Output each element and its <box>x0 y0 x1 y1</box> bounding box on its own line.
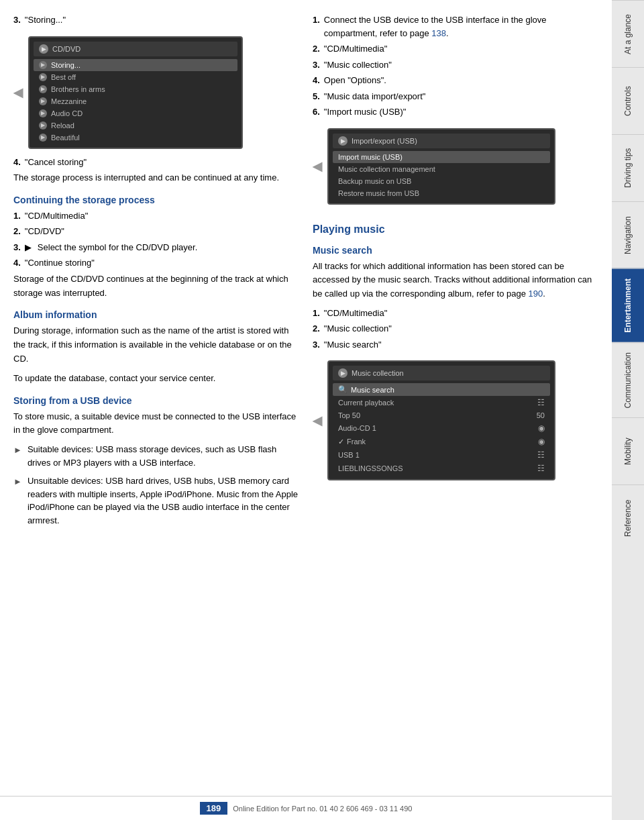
step-4-desc: The storage process is interrupted and c… <box>13 171 299 185</box>
right-step-6: 6. "Import music (USB)" <box>313 105 598 119</box>
right-step-3: 3. "Music collection" <box>313 58 598 72</box>
row-text-beautiful: Beautiful <box>51 134 80 142</box>
sidebar-tab-controls[interactable]: Controls <box>612 67 644 134</box>
sidebar-tab-entertainment[interactable]: Entertainment <box>612 268 644 342</box>
cs2-text: "CD/DVD" <box>25 225 64 238</box>
usb-row-backup-text: Backup music on USB <box>338 177 411 185</box>
step-4-item: 4. "Cancel storing" <box>13 156 299 169</box>
mc-row-frank-text: ✓Frank <box>338 438 366 446</box>
music-search-desc2: . <box>543 289 545 299</box>
mc-row-top50: Top 50 50 <box>333 409 550 421</box>
mc-row-top50-text: Top 50 <box>338 411 360 419</box>
continuing-step-2: 2. "CD/DVD" <box>13 225 299 238</box>
page-138-link[interactable]: 138 <box>431 28 446 38</box>
sidebar: At a glance Controls Driving tips Naviga… <box>612 0 644 820</box>
cs2-number: 2. <box>13 225 21 238</box>
row-icon-audiocd: ▶ <box>39 109 47 117</box>
sidebar-tab-navigation[interactable]: Navigation <box>612 201 644 268</box>
cs1-number: 1. <box>13 209 21 223</box>
rs3-num: 3. <box>313 58 320 72</box>
cs1-text: "CD/Multimedia" <box>25 209 88 223</box>
ms-step-1: 1. "CD/Multimedia" <box>313 307 598 320</box>
ms3-text: "Music search" <box>324 338 382 352</box>
usb1-icon: ☷ <box>537 450 545 460</box>
cs3-text: Select the symbol for the CD/DVD player. <box>38 241 197 254</box>
sidebar-tab-driving-tips[interactable]: Driving tips <box>612 134 644 201</box>
rs6-num: 6. <box>313 105 320 119</box>
bullet-arrow-1: ► <box>13 444 22 469</box>
cd-dvd-screen: ▶ CD/DVD ▶ Storing... ▶ Best off ▶ Broth… <box>28 36 243 149</box>
music-search-desc: All tracks for which additional informat… <box>313 260 598 301</box>
ms-step-2: 2. "Music collection" <box>313 322 598 336</box>
usb-row-restore: Restore music from USB <box>333 187 550 199</box>
row-text-storing: Storing... <box>51 61 80 69</box>
rs5-num: 5. <box>313 90 320 103</box>
ms2-text: "Music collection" <box>324 322 392 336</box>
cd-dvd-screen-wrapper: ◀ ▶ CD/DVD ▶ Storing... ▶ Best off <box>13 30 299 156</box>
row-text-bestoff: Best off <box>51 73 76 81</box>
audiocd1-icon: ◉ <box>538 423 545 433</box>
mc-row-audiocd1: Audio-CD 1 ◉ <box>333 421 550 435</box>
current-playback-icon: ☷ <box>537 398 545 407</box>
usb-screen-title: Import/export (USB) <box>352 137 417 145</box>
rs4-text: Open "Options". <box>324 74 386 87</box>
mc-row-current: Current playback ☷ <box>333 396 550 409</box>
ms1-num: 1. <box>313 307 320 320</box>
continuing-heading: Continuing the storage process <box>13 195 299 205</box>
music-search-heading: Music search <box>313 245 598 256</box>
screen-title: CD/DVD <box>52 45 80 53</box>
right-step-5: 5. "Music data import/export" <box>313 90 598 103</box>
step-3-text: "Storing..." <box>25 13 66 27</box>
frank-icon: ◉ <box>538 437 545 446</box>
mc-row-current-text: Current playback <box>338 399 394 407</box>
cd-dvd-icon: ▶ <box>39 44 48 54</box>
usb-nav-arrow-left[interactable]: ◀ <box>313 159 322 174</box>
sidebar-tab-reference[interactable]: Reference <box>612 484 644 552</box>
row-icon-storing: ▶ <box>39 61 47 69</box>
right-step-4: 4. Open "Options". <box>313 74 598 87</box>
step-4-text: "Cancel storing" <box>25 156 87 169</box>
screen-row-reload: ▶ Reload <box>34 119 237 132</box>
usb-row-backup: Backup music on USB <box>333 175 550 187</box>
page-190-link[interactable]: 190 <box>529 289 543 299</box>
right-step-2: 2. "CD/Multimedia" <box>313 42 598 56</box>
step-3-item: 3. "Storing..." <box>13 13 299 27</box>
step-4-number: 4. <box>13 156 21 169</box>
rs1-num: 1. <box>313 13 320 40</box>
album-desc2: To update the database, contact your ser… <box>13 372 299 386</box>
mc-screen-title: Music collection <box>352 369 404 377</box>
mc-row-audiocd1-text: Audio-CD 1 <box>338 424 376 432</box>
screen-row-storing: ▶ Storing... <box>34 59 237 71</box>
sidebar-tab-communication[interactable]: Communication <box>612 342 644 417</box>
usb-row-import: Import music (USB) <box>333 151 550 163</box>
cs3-icon: ▶ <box>25 241 32 254</box>
left-column: 3. "Storing..." ◀ ▶ CD/DVD ▶ Storing... <box>13 13 299 793</box>
rs5-text: "Music data import/export" <box>324 90 426 103</box>
storing-usb-desc: To store music, a suitable device must b… <box>13 410 299 438</box>
usb-screen: ▶ Import/export (USB) Import music (USB)… <box>327 128 555 205</box>
top50-number: 50 <box>537 411 545 419</box>
lieblingssongs-icon: ☷ <box>537 464 545 473</box>
mc-row-usb1-text: USB 1 <box>338 451 360 459</box>
sidebar-tab-at-a-glance[interactable]: At a glance <box>612 0 644 67</box>
search-icon: 🔍 <box>338 385 347 394</box>
ms1-text: "CD/Multimedia" <box>324 307 387 320</box>
mc-nav-arrow-left[interactable]: ◀ <box>313 413 322 428</box>
ms2-num: 2. <box>313 322 320 336</box>
music-collection-screen-wrapper: ◀ ▶ Music collection 🔍 Music search Curr… <box>313 354 598 487</box>
bullet-1: ► Suitable devices: USB mass storage dev… <box>13 443 299 469</box>
usb-screen-icon: ▶ <box>338 136 347 146</box>
screen-header: ▶ CD/DVD <box>34 42 237 56</box>
row-text-mezzanine: Mezzanine <box>51 97 87 105</box>
bullet-2-text: Unsuitable devices: USB hard drives, USB… <box>28 474 299 527</box>
usb-screen-wrapper: ◀ ▶ Import/export (USB) Import music (US… <box>313 121 598 211</box>
cs3-number: 3. <box>13 241 21 254</box>
nav-arrow-left[interactable]: ◀ <box>13 85 23 100</box>
rs2-text: "CD/Multimedia" <box>324 42 387 56</box>
sidebar-tab-mobility[interactable]: Mobility <box>612 417 644 484</box>
screen-row-audiocd: ▶ Audio CD <box>34 107 237 119</box>
row-icon-reload: ▶ <box>39 121 47 130</box>
screen-row-beautiful: ▶ Beautiful <box>34 132 237 144</box>
continuing-step-1: 1. "CD/Multimedia" <box>13 209 299 223</box>
right-step-1: 1. Connect the USB device to the USB int… <box>313 13 598 40</box>
